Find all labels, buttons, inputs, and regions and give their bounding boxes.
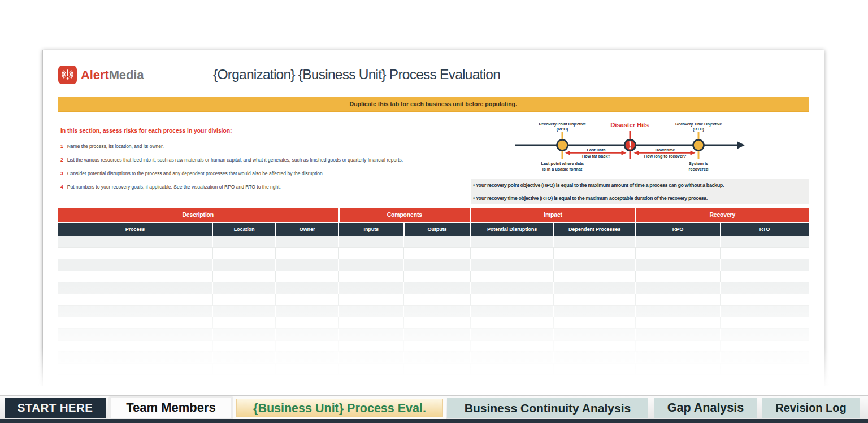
svg-text:Disaster Hits: Disaster Hits [610,121,649,128]
svg-text:recovered: recovered [689,167,709,172]
svg-text:Lost Data: Lost Data [587,147,606,152]
svg-text:System is: System is [689,161,708,166]
svg-text:(RTO): (RTO) [693,127,705,132]
svg-text:Recovery Time Objective: Recovery Time Objective [675,121,722,127]
svg-text:How long to recover?: How long to recover? [644,154,687,159]
svg-text:Downtime: Downtime [656,147,675,152]
svg-text:How far back?: How far back? [582,154,610,159]
svg-text:Last point where data: Last point where data [541,161,584,166]
svg-text:(RPO): (RPO) [557,127,568,132]
svg-text:is in a usable format: is in a usable format [542,167,583,172]
svg-text:Recovery Point Objective: Recovery Point Objective [539,121,585,127]
